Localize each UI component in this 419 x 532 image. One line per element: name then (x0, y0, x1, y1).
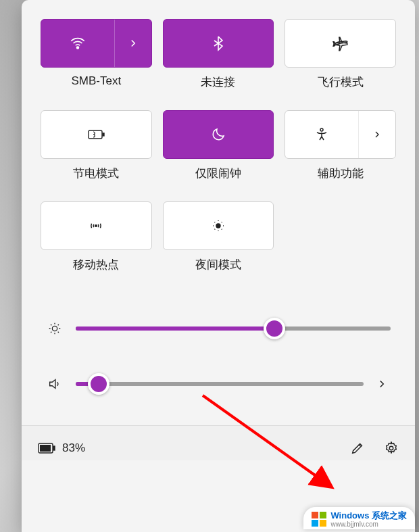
svg-rect-9 (40, 445, 51, 452)
tile-hotspot-label: 移动热点 (73, 257, 119, 272)
tile-wifi[interactable] (41, 19, 152, 68)
battery-icon (38, 443, 55, 454)
tile-accessibility-expand[interactable] (358, 111, 395, 158)
settings-button[interactable] (384, 441, 399, 456)
svg-rect-2 (103, 133, 104, 136)
svg-rect-8 (53, 446, 55, 450)
watermark: Windows 系统之家 www.bjjmlv.com (303, 507, 415, 529)
tile-focus[interactable] (163, 110, 274, 159)
tile-accessibility-label: 辅助功能 (318, 166, 364, 181)
tile-night-light-label: 夜间模式 (195, 257, 241, 272)
sliders-area (22, 287, 415, 425)
tile-accessibility[interactable] (285, 110, 396, 159)
tile-bluetooth-wrap: 未连接 (163, 19, 274, 105)
battery-saver-icon (87, 128, 105, 141)
tile-night-light[interactable] (163, 201, 274, 250)
volume-slider[interactable] (76, 382, 364, 386)
wifi-icon (69, 34, 87, 52)
svg-point-4 (95, 225, 97, 227)
tile-airplane-wrap: 飞行模式 (285, 19, 396, 105)
night-light-icon (210, 218, 226, 234)
windows-logo-icon (312, 512, 326, 527)
airplane-icon (332, 34, 349, 52)
brightness-thumb[interactable] (264, 318, 285, 339)
svg-rect-1 (89, 130, 102, 139)
volume-expand[interactable] (376, 378, 391, 390)
watermark-line1: Windows 系统之家 (330, 511, 407, 521)
brightness-slider[interactable] (76, 327, 391, 331)
tile-bluetooth[interactable] (163, 19, 274, 68)
tile-bluetooth-label: 未连接 (201, 74, 235, 90)
hotspot-icon (87, 217, 105, 235)
tile-battery-saver-wrap: 节电模式 (41, 110, 152, 196)
watermark-line2: www.bjjmlv.com (330, 521, 407, 528)
svg-point-0 (76, 47, 78, 49)
svg-point-10 (389, 446, 393, 450)
svg-point-6 (52, 326, 57, 331)
chevron-right-icon (372, 129, 383, 140)
tile-accessibility-wrap: 辅助功能 (285, 110, 396, 196)
edit-button[interactable] (350, 441, 365, 456)
tile-battery-saver-label: 节电模式 (73, 166, 119, 181)
tile-hotspot[interactable] (41, 201, 152, 250)
tile-battery-saver[interactable] (41, 110, 152, 159)
moon-icon (210, 126, 226, 143)
volume-icon (46, 377, 64, 391)
bluetooth-icon (210, 35, 226, 51)
brightness-row (46, 321, 391, 336)
tile-airplane[interactable] (285, 19, 396, 68)
svg-point-5 (216, 224, 220, 228)
tile-wifi-expand[interactable] (114, 20, 151, 67)
tile-night-light-wrap: 夜间模式 (163, 201, 274, 287)
tile-focus-wrap: 仅限闹钟 (163, 110, 274, 196)
tile-focus-label: 仅限闹钟 (195, 166, 241, 181)
pencil-icon (350, 441, 365, 456)
accessibility-icon (314, 126, 330, 143)
tile-airplane-label: 飞行模式 (318, 74, 364, 90)
tile-wifi-label: SMB-Text (71, 74, 121, 88)
svg-point-3 (320, 128, 323, 131)
quick-settings-panel: SMB-Text 未连接 飞行模式 (22, 0, 415, 532)
volume-row (46, 377, 391, 391)
tile-wifi-wrap: SMB-Text (41, 19, 152, 105)
volume-thumb[interactable] (88, 373, 109, 395)
gear-icon (384, 441, 399, 456)
battery-percent-text: 83% (62, 441, 85, 455)
tile-hotspot-wrap: 移动热点 (41, 201, 152, 287)
battery-status[interactable]: 83% (38, 441, 85, 455)
panel-footer: 83% (22, 425, 415, 460)
quick-tiles-grid: SMB-Text 未连接 飞行模式 (22, 0, 415, 287)
brightness-icon (46, 321, 64, 336)
chevron-right-icon (127, 37, 139, 49)
